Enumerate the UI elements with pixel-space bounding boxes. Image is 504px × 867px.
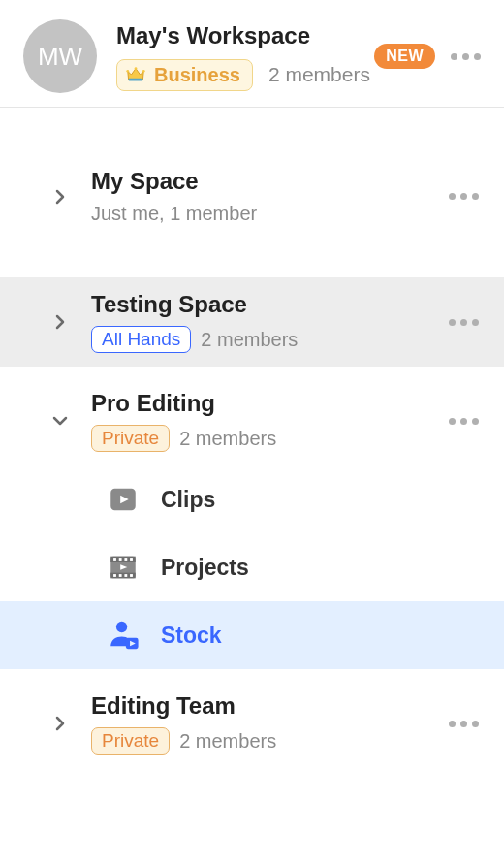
film-icon — [107, 551, 140, 584]
space-title: Testing Space — [91, 291, 443, 318]
header-subrow: Business 2 members — [116, 59, 374, 91]
svg-rect-13 — [119, 574, 122, 577]
workspace-header: MW May's Workspace Business 2 members NE… — [0, 0, 504, 108]
play-square-icon — [107, 483, 140, 516]
svg-rect-3 — [129, 79, 143, 81]
space-subrow: Private 2 members — [91, 425, 443, 452]
space-subrow: Private 2 members — [91, 727, 443, 755]
all-hands-tag: All Hands — [91, 326, 191, 353]
space-row-testing-space[interactable]: Testing Space All Hands 2 members — [0, 277, 504, 367]
svg-rect-10 — [124, 558, 127, 561]
header-right: NEW — [374, 44, 487, 69]
crown-icon — [125, 64, 146, 85]
chevron-right-icon[interactable] — [47, 314, 74, 330]
chevron-right-icon[interactable] — [47, 189, 74, 205]
svg-point-1 — [126, 70, 129, 73]
child-projects[interactable]: Projects — [0, 533, 504, 601]
space-members: 2 members — [179, 428, 276, 450]
space-body: My Space Just me, 1 member — [91, 168, 443, 225]
space-row-my-space[interactable]: My Space Just me, 1 member — [0, 154, 504, 239]
space-row-editing-team[interactable]: Editing Team Private 2 members — [0, 679, 504, 768]
avatar[interactable]: MW — [23, 19, 97, 93]
svg-rect-15 — [130, 574, 133, 577]
workspace-members: 2 members — [268, 63, 370, 86]
svg-point-0 — [135, 67, 138, 70]
svg-point-2 — [142, 70, 145, 73]
space-subtitle: Just me, 1 member — [91, 203, 443, 225]
space-title: Editing Team — [91, 692, 443, 720]
private-tag: Private — [91, 727, 170, 755]
plan-badge[interactable]: Business — [116, 59, 253, 91]
child-label: Clips — [161, 487, 215, 513]
space-members: 2 members — [201, 329, 298, 351]
avatar-initials: MW — [38, 42, 82, 72]
space-title: Pro Editing — [91, 390, 443, 417]
space-body: Editing Team Private 2 members — [91, 692, 443, 755]
space-more-button[interactable] — [443, 412, 485, 431]
space-more-button[interactable] — [443, 187, 485, 206]
svg-rect-11 — [130, 558, 133, 561]
child-label: Stock — [161, 623, 222, 649]
private-tag: Private — [91, 425, 170, 452]
person-play-icon — [107, 619, 140, 652]
child-clips[interactable]: Clips — [0, 466, 504, 533]
svg-rect-14 — [124, 574, 127, 577]
svg-rect-12 — [113, 574, 116, 577]
workspace-more-button[interactable] — [445, 48, 487, 66]
child-stock[interactable]: Stock — [0, 601, 504, 669]
space-members: 2 members — [179, 730, 276, 753]
svg-rect-9 — [119, 558, 122, 561]
space-row-pro-editing[interactable]: Pro Editing Private 2 members — [0, 376, 504, 466]
workspace-title: May's Workspace — [116, 22, 374, 49]
space-title: My Space — [91, 168, 443, 195]
chevron-down-icon[interactable] — [47, 413, 74, 429]
svg-point-16 — [116, 622, 127, 632]
space-more-button[interactable] — [443, 715, 485, 733]
space-more-button[interactable] — [443, 313, 485, 332]
space-body: Pro Editing Private 2 members — [91, 390, 443, 452]
space-subrow: All Hands 2 members — [91, 326, 443, 353]
plan-label: Business — [154, 64, 240, 86]
space-body: Testing Space All Hands 2 members — [91, 291, 443, 353]
spaces-list: My Space Just me, 1 member Testing Space… — [0, 108, 504, 768]
svg-rect-8 — [113, 558, 116, 561]
chevron-right-icon[interactable] — [47, 716, 74, 731]
header-main: May's Workspace Business 2 members — [116, 22, 374, 91]
child-label: Projects — [161, 555, 249, 581]
new-badge[interactable]: NEW — [374, 44, 435, 69]
